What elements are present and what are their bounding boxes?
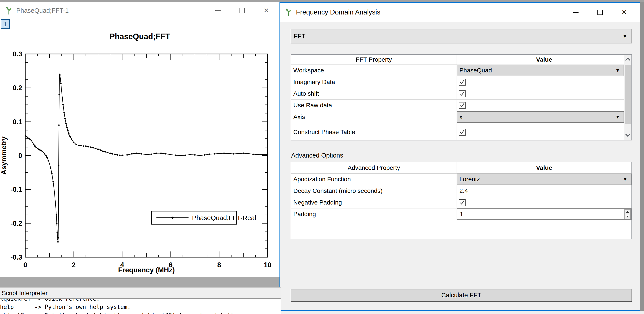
plot-window-controls: ✕: [206, 2, 278, 19]
maximize-icon: [598, 10, 603, 15]
app-frame-strip: [0, 0, 644, 2]
minimize-icon: [573, 12, 578, 13]
table-row: Auto shift: [291, 88, 632, 99]
chevron-down-icon: [625, 132, 630, 137]
close-icon: ✕: [621, 9, 627, 15]
imaginary-data-label: Imaginary Data: [291, 76, 456, 88]
imaginary-data-value-cell: [456, 76, 632, 88]
triangle-up-icon: [626, 211, 629, 213]
padding-label: Padding: [291, 208, 456, 220]
scroll-down-button[interactable]: [624, 131, 632, 140]
padding-spinbox[interactable]: 1: [457, 208, 632, 220]
chevron-down-icon: ▼: [615, 68, 620, 73]
advanced-options-label: Advanced Options: [291, 152, 343, 159]
plot-window-titlebar: PhaseQuad;FFT-1 ✕: [0, 2, 280, 19]
negative-padding-checkbox[interactable]: [459, 199, 466, 206]
dialog-controls: ✕: [564, 3, 636, 22]
svg-text:-0.2: -0.2: [10, 220, 22, 227]
svg-text:2: 2: [72, 261, 76, 269]
advanced-value-header[interactable]: Value: [456, 162, 632, 173]
terminal-line: object? -> Details about 'object', use '…: [0, 311, 280, 314]
negative-padding-value-cell: [456, 197, 632, 208]
script-interpreter-panel: Script Interpreter %quickref -> Quick re…: [0, 287, 280, 314]
fft-value-header[interactable]: Value: [456, 55, 632, 64]
table-row: Negative Padding: [291, 197, 632, 208]
svg-text:8: 8: [217, 261, 221, 269]
auto-shift-label: Auto shift: [291, 88, 456, 99]
table-row: Axisx▼: [291, 111, 632, 123]
script-interpreter-header[interactable]: Script Interpreter: [0, 287, 280, 299]
app-logo-icon: [5, 6, 13, 15]
script-interpreter-title: Script Interpreter: [2, 290, 48, 297]
dialog-title: Frequency Domain Analysis: [296, 8, 380, 16]
spin-up-button[interactable]: [624, 209, 630, 214]
plot-window-title: PhaseQuad;FFT-1: [16, 7, 69, 14]
workspace-dropdown-value: PhaseQuad: [460, 67, 492, 74]
construct-phase-table-checkbox[interactable]: [459, 129, 466, 136]
construct-phase-table-label: Construct Phase Table: [291, 123, 456, 141]
axis-label: Axis: [291, 111, 456, 123]
svg-text:0.3: 0.3: [13, 50, 22, 58]
axis-value-cell: x▼: [456, 111, 632, 123]
svg-text:-0.3: -0.3: [10, 253, 22, 261]
padding-value-cell: 1: [456, 208, 632, 220]
workspace-dropdown[interactable]: PhaseQuad▼: [457, 65, 624, 76]
maximize-icon: [240, 8, 245, 13]
chevron-down-icon: ▼: [615, 114, 620, 120]
fft-table-scrollbar[interactable]: [624, 55, 632, 140]
advanced-table-header: Advanced Property Value: [291, 162, 632, 173]
table-row: Use Raw data: [291, 99, 632, 111]
checkmark-icon: [460, 91, 465, 96]
dialog-titlebar: Frequency Domain Analysis ✕: [280, 3, 640, 22]
maximize-button[interactable]: [230, 2, 254, 19]
maximize-button[interactable]: [588, 4, 612, 21]
axis-dropdown[interactable]: x▼: [457, 111, 624, 123]
spin-down-button[interactable]: [624, 214, 630, 219]
minimize-button[interactable]: [206, 2, 230, 19]
minimize-button[interactable]: [564, 4, 588, 21]
checkmark-icon: [460, 130, 465, 135]
workspace-label: Workspace: [291, 65, 456, 76]
close-button[interactable]: ✕: [612, 4, 636, 21]
fft-chart: 02468100.30.20.10-0.1-0.2-0.3PhaseQuad;F…: [0, 28, 280, 277]
plot-page-tab-1[interactable]: 1: [1, 19, 10, 29]
table-row: Imaginary Data: [291, 76, 632, 88]
use-raw-data-checkbox[interactable]: [459, 102, 466, 109]
advanced-table-body: Apodization FunctionLorentz▼Decay Consta…: [291, 173, 632, 220]
advanced-property-table: Advanced Property Value Apodization Func…: [291, 162, 632, 239]
decay-constant-micro-seconds-value-cell: 2.4: [456, 185, 632, 197]
background-strip: [640, 2, 644, 311]
construct-phase-table-value-cell: [456, 123, 632, 141]
close-icon: ✕: [264, 7, 269, 14]
checkmark-icon: [460, 200, 465, 205]
fft-table-header: FFT Property Value: [291, 55, 632, 65]
algorithm-dropdown[interactable]: FFT ▼: [291, 29, 632, 43]
spin-buttons: [624, 209, 630, 219]
minimize-icon: [215, 10, 220, 11]
terminal-line: %quickref -> Quick reference.: [0, 299, 280, 303]
apodization-function-value-cell: Lorentz▼: [456, 173, 632, 185]
padding-spinbox-value: 1: [460, 211, 464, 218]
scrollbar-thumb[interactable]: [625, 65, 631, 124]
fft-property-table: FFT Property Value WorkspacePhaseQuad▼Im…: [291, 54, 632, 141]
svg-text:-0.1: -0.1: [10, 186, 22, 193]
decay-constant-micro-seconds-value[interactable]: 2.4: [460, 187, 468, 194]
script-interpreter-terminal[interactable]: %quickref -> Quick reference. help -> Py…: [0, 299, 280, 314]
close-button[interactable]: ✕: [254, 2, 278, 19]
auto-shift-value-cell: [456, 88, 632, 99]
apodization-function-label: Apodization Function: [291, 173, 456, 185]
svg-text:0.1: 0.1: [13, 118, 22, 126]
advanced-property-header[interactable]: Advanced Property: [291, 162, 456, 173]
svg-text:0: 0: [23, 261, 27, 269]
mdi-background-band: [0, 277, 280, 287]
terminal-line: help -> Python's own help system.: [0, 303, 280, 311]
imaginary-data-checkbox[interactable]: [459, 79, 466, 86]
apodization-function-dropdown[interactable]: Lorentz▼: [457, 173, 632, 185]
table-row: WorkspacePhaseQuad▼: [291, 65, 632, 76]
fft-table-body: WorkspacePhaseQuad▼Imaginary DataAuto sh…: [291, 65, 632, 141]
fft-property-header[interactable]: FFT Property: [291, 55, 456, 64]
terminal-lines: %quickref -> Quick reference. help -> Py…: [0, 299, 280, 314]
calculate-fft-button[interactable]: Calculate FFT: [291, 289, 632, 301]
auto-shift-checkbox[interactable]: [459, 90, 466, 97]
scroll-up-button[interactable]: [624, 55, 632, 64]
